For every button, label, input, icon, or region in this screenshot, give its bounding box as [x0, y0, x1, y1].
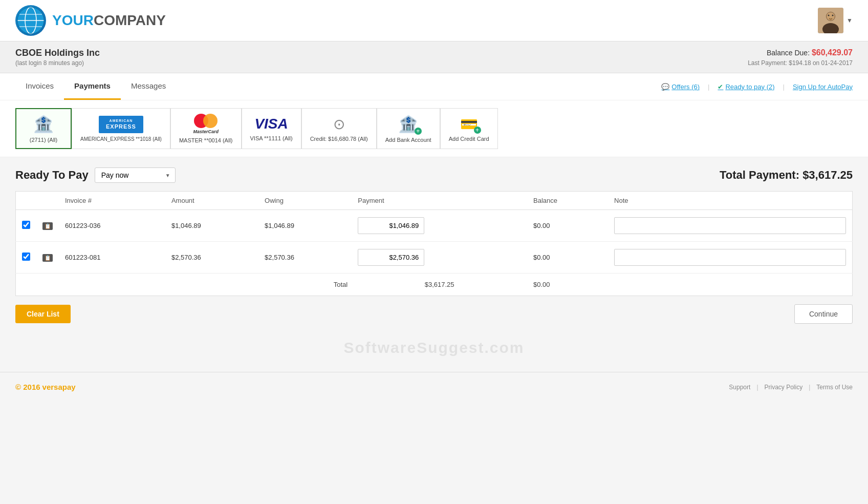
privacy-link[interactable]: Privacy Policy — [765, 384, 803, 391]
add-badge-card: + — [474, 127, 481, 134]
add-bank-icon: 🏦 + — [398, 114, 419, 134]
row2-balance: $0.00 — [527, 242, 608, 274]
autopay-link[interactable]: Sign Up for AutoPay — [793, 83, 853, 91]
svg-point-10 — [828, 15, 830, 16]
offers-link[interactable]: 💬 Offers (6) — [661, 83, 700, 91]
col-balance: Balance — [527, 192, 608, 210]
balance-info: Balance Due: $60,429.07 Last Payment: $1… — [748, 48, 853, 67]
nav-actions: 💬 Offers (6) | ✔ Ready to pay (2) | Sign… — [661, 83, 853, 91]
footer-copyright: © 2016 — [15, 383, 40, 391]
logo-area: YOURCOMPANY — [15, 5, 166, 36]
invoice-table: Invoice # Amount Owing Payment Balance N… — [15, 191, 853, 296]
col-amount: Amount — [165, 192, 258, 210]
payment-method-bank-all[interactable]: 🏦 (2711) (All) — [15, 108, 72, 149]
balance-label: Balance Due: — [767, 49, 810, 57]
col-invoice: Invoice # — [59, 192, 165, 210]
row2-checkbox[interactable] — [22, 253, 30, 261]
mastercard-logo: MasterCard — [193, 114, 219, 134]
total-label-cell — [16, 274, 259, 296]
footer-sep1: | — [756, 384, 758, 391]
mastercard-label: MASTER **0014 (All) — [179, 137, 233, 143]
row1-invoice-num: 601223-036 — [59, 210, 165, 242]
terms-link[interactable]: Terms of Use — [816, 384, 853, 391]
total-note-spacer — [608, 274, 852, 296]
col-checkbox — [16, 192, 37, 210]
row2-payment-input[interactable] — [358, 249, 424, 266]
col-note: Note — [608, 192, 852, 210]
row2-icon-cell: 📋 — [36, 242, 59, 274]
payment-method-add-card[interactable]: 💳 + Add Credit Card — [440, 108, 498, 149]
company-info: CBOE Holdings Inc (last login 8 minutes … — [15, 48, 100, 67]
add-badge-bank: + — [415, 128, 422, 135]
row1-payment-input[interactable] — [358, 217, 424, 234]
add-card-label: Add Credit Card — [449, 136, 489, 142]
credit-icon: ⊙ — [333, 116, 345, 133]
payment-method-add-bank[interactable]: 🏦 + Add Bank Account — [377, 108, 440, 149]
amex-label: AMERICAN_EXPRESS **1018 (All) — [80, 136, 162, 142]
chat-icon: 💬 — [661, 83, 669, 91]
table-header-row: Invoice # Amount Owing Payment Balance N… — [16, 192, 853, 210]
logo-text: YOURCOMPANY — [52, 12, 166, 29]
bank-all-label: (2711) (All) — [30, 137, 57, 143]
row2-payment-cell — [352, 242, 527, 274]
support-link[interactable]: Support — [729, 384, 750, 391]
row2-invoice-icon: 📋 — [42, 254, 53, 262]
add-bank-label: Add Bank Account — [385, 137, 431, 143]
visa-label: VISA **1111 (All) — [250, 135, 293, 141]
offers-label: Offers (6) — [671, 83, 700, 91]
bank-icon: 🏦 — [33, 114, 54, 134]
check-icon: ✔ — [718, 83, 723, 91]
credit-label: Credit: $16,680.78 (All) — [310, 136, 368, 142]
row2-note-input[interactable] — [614, 249, 846, 266]
total-payment: $3,617.25 — [352, 274, 527, 296]
sep2: | — [783, 83, 785, 91]
nav-tabs: Invoices Payments Messages — [15, 73, 176, 100]
user-avatar[interactable]: ▼ — [818, 8, 853, 33]
pay-schedule-select[interactable]: Pay now Schedule payment — [95, 167, 176, 183]
payment-method-credit[interactable]: ⊙ Credit: $16,680.78 (All) — [301, 108, 377, 149]
visa-logo: VISA — [254, 116, 288, 132]
ready-title: Ready To Pay Pay now Schedule payment — [15, 167, 176, 183]
tab-invoices[interactable]: Invoices — [15, 73, 64, 100]
row1-note-cell — [608, 210, 852, 242]
footer-logo: © 2016 versapay — [15, 383, 76, 391]
autopay-label: Sign Up for AutoPay — [793, 83, 853, 91]
payment-method-visa[interactable]: VISA VISA **1111 (All) — [242, 108, 301, 149]
footer-links: Support | Privacy Policy | Terms of Use — [729, 384, 853, 391]
pay-schedule-select-wrapper: Pay now Schedule payment — [95, 167, 176, 183]
table-row: 📋 601223-036 $1,046.89 $1,046.89 $0.00 — [16, 210, 853, 242]
total-balance: $0.00 — [527, 274, 608, 296]
logo-globe-icon — [15, 5, 46, 36]
row2-note-cell — [608, 242, 852, 274]
payment-method-amex[interactable]: AMERICAN EXPRESS AMERICAN_EXPRESS **1018… — [72, 108, 170, 149]
tab-payments[interactable]: Payments — [64, 73, 121, 100]
top-header: YOURCOMPANY ▼ — [0, 0, 868, 41]
row1-payment-cell — [352, 210, 527, 242]
clear-list-button[interactable]: Clear List — [15, 305, 71, 323]
continue-button[interactable]: Continue — [794, 304, 853, 324]
row1-invoice-icon: 📋 — [42, 222, 53, 230]
ready-to-pay-link[interactable]: ✔ Ready to pay (2) — [718, 83, 774, 91]
last-payment: Last Payment: $194.18 on 01-24-2017 — [748, 59, 853, 67]
user-menu-dropdown-icon: ▼ — [847, 17, 853, 24]
avatar-image — [818, 8, 843, 33]
col-owing: Owing — [258, 192, 352, 210]
row1-checkbox-cell — [16, 210, 37, 242]
row1-amount: $1,046.89 — [165, 210, 258, 242]
amex-logo: AMERICAN EXPRESS — [99, 116, 143, 133]
nav-area: Invoices Payments Messages 💬 Offers (6) … — [0, 73, 868, 100]
payment-method-mastercard[interactable]: MasterCard MASTER **0014 (All) — [170, 108, 242, 149]
last-login: (last login 8 minutes ago) — [15, 59, 100, 67]
table-row: 📋 601223-081 $2,570.36 $2,570.36 $0.00 — [16, 242, 853, 274]
row1-icon-cell: 📋 — [36, 210, 59, 242]
payment-methods: 🏦 (2711) (All) AMERICAN EXPRESS AMERICAN… — [0, 100, 868, 157]
row1-checkbox[interactable] — [22, 221, 30, 229]
table-actions: Clear List Continue — [15, 304, 853, 324]
col-payment: Payment — [352, 192, 527, 210]
sep1: | — [708, 83, 709, 91]
row2-checkbox-cell — [16, 242, 37, 274]
footer: © 2016 versapay Support | Privacy Policy… — [0, 372, 868, 402]
row1-balance: $0.00 — [527, 210, 608, 242]
row1-note-input[interactable] — [614, 217, 846, 234]
tab-messages[interactable]: Messages — [121, 73, 176, 100]
